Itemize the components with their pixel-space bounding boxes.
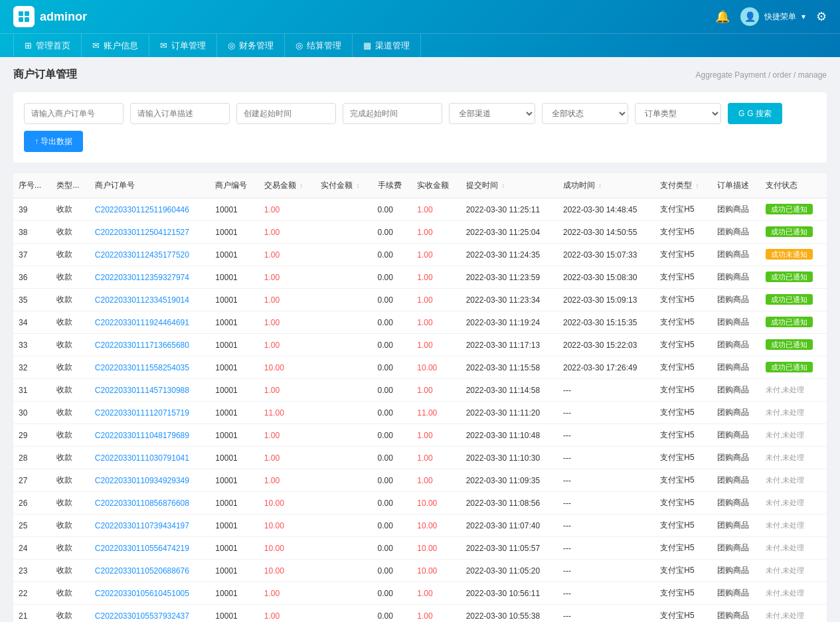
- cell-fee: 0.00: [373, 311, 412, 334]
- cell-type: 收款: [51, 582, 89, 605]
- order-no-link[interactable]: C20220330105537932437: [95, 611, 189, 621]
- breadcrumb: Aggregate Payment / order / manage: [696, 70, 827, 80]
- cell-type: 收款: [51, 334, 89, 356]
- cell-success-time: 2022-03-30 15:09:13: [558, 289, 655, 311]
- export-button[interactable]: ↑ 导出数据: [24, 131, 83, 152]
- nav-item-finance[interactable]: ◎ 财务管理: [217, 34, 285, 58]
- table-row: 26 收款 C20220330110856876608 10001 10.00 …: [13, 492, 827, 514]
- cell-fee: 0.00: [373, 424, 412, 447]
- page-content: 商户订单管理 Aggregate Payment / order / manag…: [0, 57, 840, 622]
- order-type-select[interactable]: 订单类型: [635, 103, 721, 124]
- table-row: 31 收款 C20220330111457130988 10001 1.00 0…: [13, 379, 827, 402]
- order-no-link[interactable]: C20220330111558254035: [95, 363, 189, 372]
- cell-desc: 团购商品: [712, 582, 760, 605]
- cell-seq: 29: [13, 424, 51, 447]
- cell-seq: 24: [13, 537, 51, 560]
- order-no-link[interactable]: C20220330111030791041: [95, 453, 189, 463]
- cell-order-no: C20220330111030791041: [90, 447, 210, 469]
- order-no-link[interactable]: C20220330112359327974: [95, 273, 189, 282]
- cell-received: 1.00: [412, 334, 460, 356]
- order-no-link[interactable]: C20220330110556474219: [95, 544, 189, 553]
- cell-type: 收款: [51, 605, 89, 623]
- cell-seq: 32: [13, 356, 51, 379]
- status-badge: 未付,未处理: [766, 499, 804, 506]
- order-no-link[interactable]: C20220330111120715719: [95, 408, 189, 418]
- table-row: 35 收款 C20220330112334519014 10001 1.00 0…: [13, 289, 827, 311]
- cell-merchant-id: 10001: [210, 266, 258, 289]
- order-no-link[interactable]: C20220330112511960446: [95, 205, 189, 214]
- cell-merchant-id: 10001: [210, 311, 258, 334]
- cell-trade-amount: 1.00: [259, 379, 315, 402]
- search-button[interactable]: G G 搜索: [728, 103, 782, 124]
- cell-status: 未付,未处理: [760, 514, 827, 537]
- gear-icon[interactable]: ⚙: [816, 9, 827, 24]
- table-row: 38 收款 C20220330112504121527 10001 1.00 0…: [13, 221, 827, 244]
- order-no-link[interactable]: C20220330110856876608: [95, 499, 189, 508]
- nav-item-channel[interactable]: ▦ 渠道管理: [353, 34, 421, 58]
- cell-received: 10.00: [412, 514, 460, 537]
- search-label: G 搜索: [747, 108, 772, 119]
- cell-fee: 0.00: [373, 334, 412, 356]
- account-icon: ✉: [92, 40, 100, 50]
- order-no-link[interactable]: C20220330111457130988: [95, 386, 189, 395]
- order-no-link[interactable]: C20220330112504121527: [95, 228, 189, 237]
- logo: adminor: [13, 6, 87, 27]
- nav-item-settlement[interactable]: ◎ 结算管理: [285, 34, 353, 58]
- cell-merchant-id: 10001: [210, 379, 258, 402]
- complete-time-input[interactable]: [343, 103, 442, 124]
- table-header-row: 序号... 类型... 商户订单号 商户编号 交易金额 ↕ 实付金额 ↕ 手续费…: [13, 173, 827, 198]
- order-no-link[interactable]: C20220330111048179689: [95, 431, 189, 440]
- cell-trade-amount: 1.00: [259, 221, 315, 244]
- status-select[interactable]: 全部状态: [542, 103, 628, 124]
- col-actual-amount[interactable]: 实付金额 ↕: [315, 173, 372, 198]
- col-pay-type[interactable]: 支付类型 ↕: [655, 173, 711, 198]
- order-no-link[interactable]: C20220330110520688676: [95, 566, 189, 576]
- col-fee: 手续费: [373, 173, 412, 198]
- bell-icon[interactable]: 🔔: [715, 9, 730, 24]
- cell-fee: 0.00: [373, 266, 412, 289]
- status-badge: 成功已通知: [766, 317, 813, 327]
- logo-icon: [13, 6, 35, 27]
- order-no-input[interactable]: [24, 103, 124, 124]
- table-row: 21 收款 C20220330105537932437 10001 1.00 0…: [13, 605, 827, 623]
- order-no-link[interactable]: C20220330110934929349: [95, 476, 189, 485]
- cell-order-no: C20220330111457130988: [90, 379, 210, 402]
- cell-order-no: C20220330112359327974: [90, 266, 210, 289]
- order-no-link[interactable]: C20220330112334519014: [95, 295, 189, 305]
- table-row: 32 收款 C20220330111558254035 10001 10.00 …: [13, 356, 827, 379]
- cell-success-time: ---: [558, 605, 655, 623]
- cell-status: 成功已通知: [760, 266, 827, 289]
- order-desc-input[interactable]: [130, 103, 230, 124]
- channel-select[interactable]: 全部渠道: [449, 103, 535, 124]
- order-no-link[interactable]: C20220330111713665680: [95, 341, 189, 350]
- cell-seq: 37: [13, 244, 51, 266]
- cell-trade-amount: 10.00: [259, 537, 315, 560]
- col-success-time[interactable]: 成功时间 ↕: [558, 173, 655, 198]
- cell-type: 收款: [51, 424, 89, 447]
- col-submit-time[interactable]: 提交时间 ↕: [461, 173, 558, 198]
- user-info[interactable]: 👤 快捷荣单 ▾: [740, 7, 805, 26]
- nav-item-account[interactable]: ✉ 账户信息: [82, 34, 149, 58]
- nav-item-home[interactable]: ⊞ 管理首页: [13, 34, 82, 58]
- cell-status: 未付,未处理: [760, 447, 827, 469]
- nav-item-order[interactable]: ✉ 订单管理: [149, 34, 217, 58]
- cell-seq: 34: [13, 311, 51, 334]
- cell-order-no: C20220330112435177520: [90, 244, 210, 266]
- col-trade-amount[interactable]: 交易金额 ↕: [259, 173, 315, 198]
- order-no-link[interactable]: C20220330112435177520: [95, 250, 189, 260]
- cell-pay-type: 支付宝H5: [655, 289, 711, 311]
- header-right: 🔔 👤 快捷荣单 ▾ ⚙: [715, 7, 827, 26]
- cell-status: 成功已通知: [760, 221, 827, 244]
- order-no-link[interactable]: C20220330105610451005: [95, 589, 189, 598]
- status-badge: 未付,未处理: [766, 408, 804, 416]
- order-no-link[interactable]: C20220330110739434197: [95, 521, 189, 530]
- cell-actual-amount: [315, 379, 372, 402]
- cell-seq: 21: [13, 605, 51, 623]
- order-no-link[interactable]: C20220330111924464691: [95, 318, 189, 327]
- create-time-input[interactable]: [236, 103, 336, 124]
- col-merchant-id: 商户编号: [210, 173, 258, 198]
- cell-actual-amount: [315, 492, 372, 514]
- status-badge: 未付,未处理: [766, 476, 804, 484]
- cell-pay-type: 支付宝H5: [655, 334, 711, 356]
- cell-submit-time: 2022-03-30 11:23:34: [461, 289, 558, 311]
